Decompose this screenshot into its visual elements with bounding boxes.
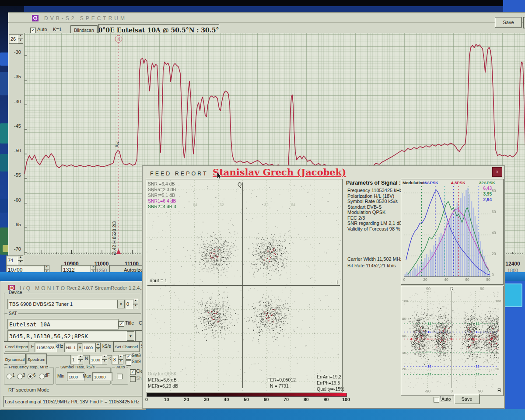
phase-y-tick: 40: [495, 351, 499, 355]
phase-bottom-tick: 0: [451, 389, 453, 393]
quality-scale-number: 80: [304, 397, 309, 402]
param-line: Polarization H/L (18V): [347, 193, 402, 199]
spectrum-y-tick: -55: [9, 172, 21, 178]
phase-y-tick: 100: [495, 299, 501, 303]
snr-line: SNR2=4 dB 3: [148, 204, 176, 210]
bit-rate-value: Bit Rate 11452,21 kb/s: [347, 263, 396, 268]
svg-text:11053,42 H 8520 2/3: 11053,42 H 8520 2/3: [112, 221, 117, 255]
frequency-field[interactable]: 11052928: [35, 343, 57, 352]
param-line: Standart DVB-S: [347, 204, 402, 210]
n1-arrows[interactable]: ▲▼: [78, 355, 83, 364]
step-1-radio[interactable]: [7, 374, 12, 379]
params-title: Parametrs of Signal :: [346, 180, 401, 186]
constellation-grid-label: 32: [264, 203, 269, 207]
spectrum-x-tick-freq: 11000: [94, 261, 109, 267]
errph-value: ErrPh=19,5: [317, 380, 340, 385]
sat-name-field[interactable]: Eutelsat 10A: [7, 319, 119, 329]
chevron-down-icon[interactable]: ▼: [127, 331, 134, 341]
carrier-width-value: Carrier Width 11,502 MHz: [347, 256, 402, 262]
spectrum-y-tick: -60: [9, 197, 21, 203]
feed-auto-checkbox[interactable]: [434, 397, 439, 402]
title-checkbox[interactable]: [119, 321, 124, 327]
snr-line: SNR =6,4 dB: [148, 181, 176, 187]
phase-line-label: 32: [475, 350, 480, 354]
sm3-label: Sm3: [132, 353, 141, 358]
phase-line-label: 32: [475, 372, 480, 376]
watermark-text: Stanislav Grech (Jacobek): [213, 167, 346, 178]
step-df-radio[interactable]: [39, 374, 45, 379]
modulation-x-tick: 40: [444, 277, 448, 282]
phase-y-tick: 20: [495, 367, 499, 371]
n3-arrows[interactable]: ▲▼: [118, 355, 123, 364]
k-label: K=1: [53, 27, 62, 32]
phase-y-tick: 60: [402, 334, 408, 338]
min-field[interactable]: 1000: [67, 372, 84, 381]
q-axis-label: Q: [238, 182, 242, 188]
phase-line-label: 16: [427, 330, 432, 334]
quality-scale-number: 60: [264, 397, 269, 402]
max-field[interactable]: 10000: [92, 372, 112, 381]
spectrum-button[interactable]: Spectrum: [26, 354, 47, 365]
phase-line-label: 32: [427, 350, 432, 354]
sm9-checkbox[interactable]: [126, 360, 131, 366]
show-checkbox[interactable]: [130, 376, 136, 382]
quality-scale-number: 40: [224, 397, 229, 402]
phase-y-tick: 80: [495, 317, 499, 321]
phase-line-label: 32: [475, 322, 480, 326]
quality-scale-number: 100: [342, 397, 350, 402]
snr-line: SNRr=5,1 dB: [148, 192, 176, 198]
screen-photo: DVB-S2 SPECTRUM Save Auto K=1 Blindscan …: [0, 0, 525, 420]
dynamical-button[interactable]: Dynamical: [4, 354, 26, 365]
sr-auto-checkbox[interactable]: [117, 374, 122, 379]
param-line: SNR regarding LM 2,1 dB: [347, 220, 402, 226]
feed-save-button[interactable]: Save: [454, 394, 480, 404]
phase-line-label: 8: [475, 337, 478, 341]
quality-scale-number: 0: [145, 397, 148, 402]
step-1-label: 1: [12, 373, 15, 378]
param-line: Symbol Rate 8520 kS/s: [347, 199, 402, 204]
lt-label: <: [108, 356, 111, 361]
polarization-combo[interactable]: H/L 1▼: [64, 343, 84, 352]
param-line: Frequency 11053425 kHz: [347, 188, 402, 193]
save-button[interactable]: Save: [495, 17, 522, 28]
params-lines: Frequency 11053425 kHzPolarization H/L (…: [347, 188, 402, 231]
modulation-x-tick: 60: [465, 277, 469, 282]
symbolrate-arrows[interactable]: ▲▼: [95, 343, 101, 352]
quality-scale-number: 30: [204, 397, 209, 402]
sm9-label: Sm9: [132, 359, 141, 364]
step-6-radio[interactable]: [28, 374, 33, 379]
phase-scatter: [404, 291, 499, 388]
step-3-label: 3: [23, 373, 25, 378]
channel-combo[interactable]: 3645,R,16130,56,S2;8PSK▼: [7, 330, 135, 342]
quality-scale-number: 20: [184, 397, 189, 402]
step-3-radio[interactable]: [17, 374, 23, 379]
close-button[interactable]: x: [492, 167, 502, 177]
quality-scale-number: 90: [324, 397, 329, 402]
spectrum-y-tick: -35: [9, 74, 21, 79]
spectrum-y-tick: -50: [9, 148, 21, 153]
top-scale-spinner-arrows[interactable]: ▲▼: [18, 34, 23, 44]
quality-scale-number: 10: [164, 397, 169, 402]
partial-button[interactable]: [523, 17, 525, 28]
f-label: F: [31, 344, 34, 349]
input-label: Input = 1: [148, 278, 167, 283]
device-combo[interactable]: TBS 6908 DVBS/S2 Tuner 1▼: [7, 299, 126, 309]
step-df-label: dF: [45, 373, 50, 378]
phase-top-tick: 90: [480, 287, 484, 291]
bottom-scale-spinner-arrows[interactable]: ▲▼: [18, 256, 23, 265]
modulation-y-tick: 80: [492, 189, 496, 193]
phase-line-label: 16: [427, 364, 432, 368]
param-line: FEC 2/3: [347, 215, 402, 221]
feed-report-button[interactable]: Feed Report: [4, 341, 29, 352]
device-index-arrows[interactable]: ▲▼: [133, 299, 138, 309]
clear-checkbox[interactable]: [130, 369, 136, 375]
phase-y-tick: 40: [402, 351, 408, 355]
window-version: ver.2.4.0.7 StreamReader 1.2.4.100: [70, 285, 150, 290]
chevron-down-icon[interactable]: ▼: [117, 300, 125, 308]
n2-arrows[interactable]: ▲▼: [102, 355, 107, 364]
sm3-checkbox[interactable]: [126, 354, 131, 360]
modulation-y-tick: 0: [492, 273, 494, 277]
status-bar: Last searching at 11052,9MHz H/L 18V Fin…: [3, 396, 146, 407]
app-icon: [32, 15, 38, 21]
set-channel-button[interactable]: Set Channel: [113, 341, 140, 352]
